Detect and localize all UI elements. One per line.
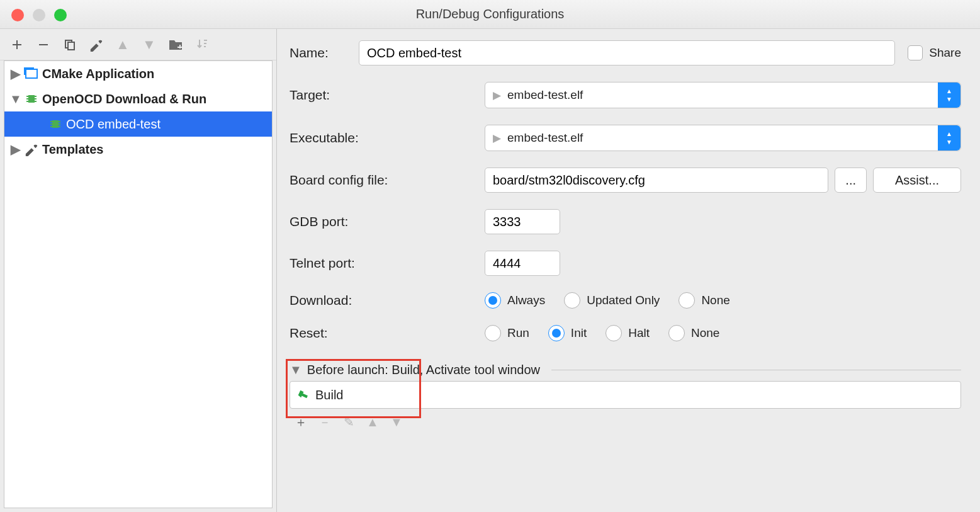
add-config-button[interactable] xyxy=(5,33,29,57)
config-tree[interactable]: ▶ CMake Application ▼ OpenOCD Download &… xyxy=(4,60,273,508)
left-panel: ▲ ▼ ▶ CMake Application ▼ OpenOCD Downlo… xyxy=(0,29,277,512)
svg-rect-3 xyxy=(52,120,59,128)
download-label: Download: xyxy=(290,293,485,308)
chevron-updown-icon: ▲▼ xyxy=(938,125,960,151)
radio-icon xyxy=(679,292,695,309)
edit-templates-button[interactable] xyxy=(84,33,108,57)
svg-rect-1 xyxy=(68,42,74,50)
name-input[interactable] xyxy=(359,40,895,65)
add-task-button[interactable]: ＋ xyxy=(291,412,311,431)
chevron-down-icon: ▼ xyxy=(9,92,21,106)
target-icon: ▶ xyxy=(493,89,501,102)
radio-icon xyxy=(548,325,565,341)
tree-label: CMake Application xyxy=(42,67,154,81)
chip-icon xyxy=(25,92,38,106)
copy-config-button[interactable] xyxy=(58,33,82,57)
reset-radio-run[interactable]: Run xyxy=(485,325,529,341)
reset-radio-init[interactable]: Init xyxy=(548,325,587,341)
reset-radio-none[interactable]: None xyxy=(668,325,719,341)
download-radio-always[interactable]: Always xyxy=(485,292,545,309)
minimize-window-icon[interactable] xyxy=(33,9,45,21)
wrench-icon xyxy=(25,142,38,156)
reset-radio-halt[interactable]: Halt xyxy=(605,325,650,341)
radio-label: Always xyxy=(507,293,545,307)
radio-label: None xyxy=(691,326,719,340)
download-radio-updated[interactable]: Updated Only xyxy=(564,292,660,309)
divider xyxy=(551,370,961,370)
before-launch-item-label: Build xyxy=(315,388,343,402)
browse-button[interactable]: ... xyxy=(835,168,867,193)
radio-label: Run xyxy=(507,326,529,340)
tree-item-openocd[interactable]: ▼ OpenOCD Download & Run xyxy=(4,86,272,111)
before-launch-toolbar: ＋ － ✎ ▲ ▼ xyxy=(290,409,961,435)
tree-item-cmake-application[interactable]: ▶ CMake Application xyxy=(4,61,272,86)
telnet-port-input[interactable] xyxy=(485,251,560,276)
tree-item-templates[interactable]: ▶ Templates xyxy=(4,137,272,162)
radio-label: Halt xyxy=(628,326,650,340)
remove-task-button[interactable]: － xyxy=(315,412,335,431)
radio-icon xyxy=(485,325,501,341)
target-label: Target: xyxy=(290,88,485,103)
sort-button[interactable] xyxy=(190,33,214,57)
svg-rect-2 xyxy=(28,95,35,103)
download-radio-none[interactable]: None xyxy=(679,292,729,309)
exec-icon: ▶ xyxy=(493,132,501,145)
assist-button[interactable]: Assist... xyxy=(873,168,961,193)
folder-button[interactable] xyxy=(164,33,188,57)
move-down-button[interactable]: ▼ xyxy=(137,33,161,57)
tree-label: OpenOCD Download & Run xyxy=(42,92,206,106)
before-launch-item[interactable]: Build xyxy=(290,381,961,409)
before-launch-section: ▼ Before launch: Build, Activate tool wi… xyxy=(290,363,961,435)
chevron-right-icon: ▶ xyxy=(9,66,21,81)
hammer-icon xyxy=(295,387,311,403)
move-task-up-button[interactable]: ▲ xyxy=(363,412,383,431)
executable-value: embed-test.elf xyxy=(507,131,583,145)
share-checkbox[interactable] xyxy=(908,45,923,60)
board-config-input[interactable] xyxy=(485,168,828,193)
telnet-port-label: Telnet port: xyxy=(290,256,485,271)
before-launch-header: Before launch: Build, Activate tool wind… xyxy=(307,363,540,377)
radio-icon xyxy=(668,325,685,341)
board-config-label: Board config file: xyxy=(290,173,485,188)
reset-label: Reset: xyxy=(290,326,485,341)
radio-icon xyxy=(564,292,580,309)
move-task-down-button[interactable]: ▼ xyxy=(386,412,407,431)
chevron-right-icon: ▶ xyxy=(9,142,21,157)
zoom-window-icon[interactable] xyxy=(54,9,67,21)
executable-select[interactable]: ▶ embed-test.elf ▲▼ xyxy=(485,125,961,151)
close-window-icon[interactable] xyxy=(11,9,24,21)
remove-config-button[interactable] xyxy=(31,33,55,57)
app-icon xyxy=(25,67,38,81)
executable-label: Executable: xyxy=(290,130,485,145)
chevron-down-icon[interactable]: ▼ xyxy=(290,363,302,377)
radio-label: Init xyxy=(571,326,587,340)
tree-item-ocd-embed-test[interactable]: OCD embed-test xyxy=(4,111,272,137)
titlebar: Run/Debug Configurations xyxy=(0,0,980,29)
window-controls xyxy=(11,9,67,21)
window-title: Run/Debug Configurations xyxy=(416,7,565,21)
target-select[interactable]: ▶ embed-test.elf ▲▼ xyxy=(485,82,961,108)
chip-icon xyxy=(48,117,62,131)
name-label: Name: xyxy=(290,45,359,60)
tree-label: OCD embed-test xyxy=(66,117,161,132)
right-panel: Name: Share Target: ▶ embed-test.elf ▲▼ … xyxy=(277,29,980,512)
gdb-port-label: GDB port: xyxy=(290,214,485,229)
radio-label: None xyxy=(701,293,729,307)
edit-task-button[interactable]: ✎ xyxy=(339,412,359,431)
target-value: embed-test.elf xyxy=(507,88,583,102)
radio-icon xyxy=(605,325,622,341)
tree-label: Templates xyxy=(42,142,103,157)
chevron-updown-icon: ▲▼ xyxy=(938,82,960,108)
radio-icon xyxy=(485,292,501,309)
share-label: Share xyxy=(929,46,961,60)
gdb-port-input[interactable] xyxy=(485,209,560,234)
move-up-button[interactable]: ▲ xyxy=(111,33,135,57)
radio-label: Updated Only xyxy=(587,293,660,307)
config-toolbar: ▲ ▼ xyxy=(0,29,276,60)
